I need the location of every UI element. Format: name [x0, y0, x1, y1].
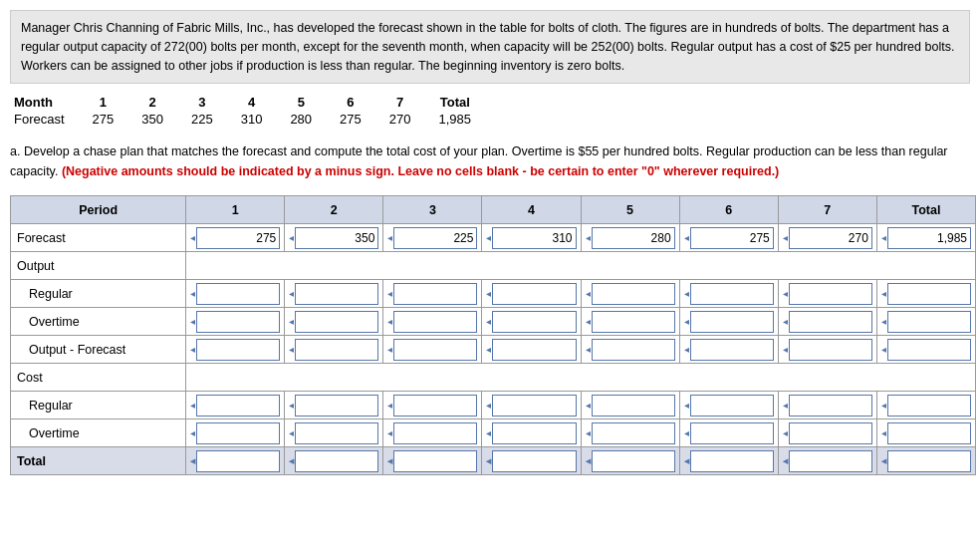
total-input-total[interactable]: [887, 450, 971, 472]
forecast-v2: 350: [127, 111, 177, 128]
forecast-input-5[interactable]: [592, 227, 675, 249]
forecast-total: ◂: [876, 224, 975, 252]
month-label: Month: [14, 95, 53, 110]
cost-overtime-c2: ◂: [285, 419, 383, 447]
output-overtime-input-3[interactable]: [393, 311, 477, 333]
cost-regular-c3: ◂: [383, 392, 482, 419]
output-forecast-input-6[interactable]: [690, 339, 774, 361]
output-regular-c3: ◂: [383, 280, 482, 308]
output-overtime-c3: ◂: [383, 308, 482, 336]
output-forecast-c7: ◂: [778, 336, 876, 364]
forecast-input-4[interactable]: [492, 227, 576, 249]
cost-regular-c6: ◂: [679, 392, 778, 419]
col7-header: 7: [778, 196, 876, 224]
output-overtime-input-6[interactable]: [690, 311, 774, 333]
col3-header: 3: [383, 196, 482, 224]
total-input-7[interactable]: [789, 450, 872, 472]
forecast-input-1[interactable]: [196, 227, 280, 249]
output-overtime-input-7[interactable]: [789, 311, 872, 333]
cost-regular-input-4[interactable]: [492, 395, 576, 417]
forecast-c6: ◂: [679, 224, 778, 252]
col6-header: 6: [679, 196, 778, 224]
forecast-v6: 275: [326, 111, 375, 128]
output-forecast-input-5[interactable]: [592, 339, 675, 361]
forecast-input-3[interactable]: [393, 227, 477, 249]
cost-regular-input-total[interactable]: [887, 395, 971, 417]
forecast-v4: 310: [227, 111, 277, 128]
output-overtime-c4: ◂: [482, 308, 581, 336]
total-c7: ◂: [778, 447, 876, 475]
output-regular-input-1[interactable]: [196, 283, 280, 305]
cost-regular-c5: ◂: [581, 392, 679, 419]
forecast-c3: ◂: [383, 224, 482, 252]
problem-text: Manager Chris Channing of Fabric Mills, …: [10, 10, 970, 84]
total-c5: ◂: [581, 447, 679, 475]
cost-overtime-input-2[interactable]: [295, 422, 378, 444]
total-c4: ◂: [482, 447, 581, 475]
cost-regular-total: ◂: [876, 392, 975, 419]
instruction-text: a. Develop a chase plan that matches the…: [10, 141, 970, 181]
output-regular-input-4[interactable]: [492, 283, 576, 305]
cost-overtime-input-6[interactable]: [690, 422, 774, 444]
output-forecast-input-total[interactable]: [887, 339, 971, 361]
cost-label: Cost: [11, 364, 186, 392]
output-regular-c4: ◂: [482, 280, 581, 308]
total-input-3[interactable]: [393, 450, 477, 472]
output-overtime-input-1[interactable]: [196, 311, 280, 333]
output-forecast-c5: ◂: [581, 336, 679, 364]
output-regular-input-total[interactable]: [887, 283, 971, 305]
output-regular-input-3[interactable]: [393, 283, 477, 305]
total-input-1[interactable]: [196, 450, 280, 472]
forecast-c1: ◂: [186, 224, 285, 252]
cost-regular-input-3[interactable]: [393, 395, 477, 417]
cost-regular-row: Regular ◂ ◂ ◂ ◂ ◂ ◂ ◂ ◂: [11, 392, 976, 419]
output-overtime-label: Overtime: [11, 308, 186, 336]
output-forecast-input-7[interactable]: [789, 339, 872, 361]
cost-overtime-input-7[interactable]: [789, 422, 872, 444]
output-regular-row: Regular ◂ ◂ ◂ ◂ ◂ ◂ ◂ ◂: [11, 280, 976, 308]
output-regular-c7: ◂: [778, 280, 876, 308]
forecast-input-6[interactable]: [690, 227, 774, 249]
forecast-input-7[interactable]: [789, 227, 872, 249]
cost-regular-input-6[interactable]: [690, 395, 774, 417]
cost-overtime-label: Overtime: [11, 419, 186, 447]
output-overtime-input-4[interactable]: [492, 311, 576, 333]
output-regular-input-6[interactable]: [690, 283, 774, 305]
output-regular-input-7[interactable]: [789, 283, 872, 305]
cost-overtime-input-4[interactable]: [492, 422, 576, 444]
total-grand: ◂: [876, 447, 975, 475]
output-forecast-label: Output - Forecast: [11, 336, 186, 364]
cost-regular-input-5[interactable]: [592, 395, 675, 417]
output-regular-input-5[interactable]: [592, 283, 675, 305]
cost-overtime-total: ◂: [876, 419, 975, 447]
total-c2: ◂: [285, 447, 383, 475]
cost-overtime-input-1[interactable]: [196, 422, 280, 444]
output-section-row: Output: [11, 252, 976, 280]
cost-overtime-input-3[interactable]: [393, 422, 477, 444]
output-overtime-input-2[interactable]: [295, 311, 378, 333]
output-forecast-c1: ◂: [186, 336, 285, 364]
output-forecast-input-3[interactable]: [393, 339, 477, 361]
total-input-6[interactable]: [690, 450, 774, 472]
output-forecast-input-4[interactable]: [492, 339, 576, 361]
cost-regular-input-1[interactable]: [196, 395, 280, 417]
output-forecast-input-1[interactable]: [196, 339, 280, 361]
total-input-5[interactable]: [592, 450, 675, 472]
cost-regular-input-7[interactable]: [789, 395, 872, 417]
forecast-input-2[interactable]: [295, 227, 378, 249]
output-forecast-input-2[interactable]: [295, 339, 378, 361]
cost-overtime-input-total[interactable]: [887, 422, 971, 444]
cost-overtime-c7: ◂: [778, 419, 876, 447]
forecast-input-total[interactable]: [887, 227, 971, 249]
col1-header: 1: [186, 196, 285, 224]
output-overtime-input-total[interactable]: [887, 311, 971, 333]
output-regular-input-2[interactable]: [295, 283, 378, 305]
forecast-data-row: Forecast ◂ ◂ ◂ ◂ ◂ ◂ ◂ ◂: [11, 224, 976, 252]
output-overtime-input-5[interactable]: [592, 311, 675, 333]
cost-regular-input-2[interactable]: [295, 395, 378, 417]
col-5-header: 5: [298, 95, 305, 110]
total-input-2[interactable]: [295, 450, 378, 472]
cost-overtime-c5: ◂: [581, 419, 679, 447]
cost-overtime-input-5[interactable]: [592, 422, 675, 444]
total-input-4[interactable]: [492, 450, 576, 472]
